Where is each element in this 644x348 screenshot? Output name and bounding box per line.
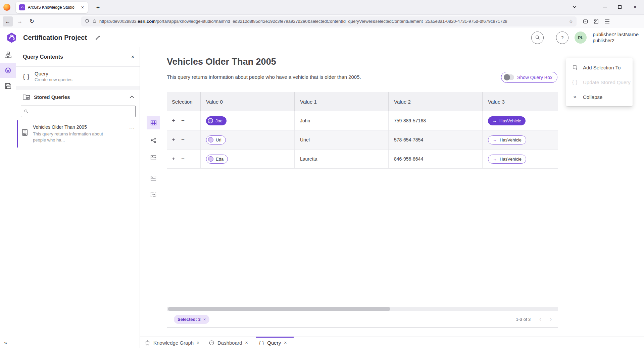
tab-knowledge-graph[interactable]: Knowledge Graph × xyxy=(145,337,199,348)
view-select-region-button[interactable] xyxy=(147,188,160,201)
tracking-shield-icon[interactable] xyxy=(85,19,90,24)
rail-layers-button[interactable] xyxy=(0,63,16,78)
stored-queries-search[interactable] xyxy=(21,106,136,117)
row-remove-button[interactable]: − xyxy=(181,136,185,143)
table-row[interactable]: + − Joe John 759-889-57168 →HasVehicle xyxy=(167,111,558,130)
stored-queries-header[interactable]: Stored Queries xyxy=(16,90,140,104)
show-query-box-toggle[interactable]: Show Query Box xyxy=(501,72,557,83)
new-query-item[interactable]: { } Query Create new queries xyxy=(16,67,140,86)
entity-circle-icon xyxy=(208,137,213,142)
browser-tab[interactable]: ArcGIS Knowledge Studio × xyxy=(16,2,88,13)
menu-item-add-selection-to[interactable]: Add Selection To xyxy=(566,60,633,75)
cell-value: 759-889-57168 xyxy=(394,118,426,123)
row-add-button[interactable]: + xyxy=(172,117,175,124)
horizontal-scrollbar[interactable] xyxy=(167,307,558,311)
user-avatar[interactable]: PL xyxy=(575,32,587,44)
tab-list-chevron-icon[interactable] xyxy=(569,2,580,12)
panel-close-icon[interactable]: × xyxy=(131,54,134,60)
menu-item-collapse[interactable]: » Collapse xyxy=(566,90,633,104)
query-item-title: Query xyxy=(35,71,72,76)
entity-pill[interactable]: Etta xyxy=(206,155,228,164)
row-remove-button[interactable]: − xyxy=(181,156,185,162)
menu-item-update-stored-query[interactable]: { } Update Stored Query xyxy=(566,75,633,90)
window-maximize-button[interactable] xyxy=(614,2,626,12)
bookmark-star-icon[interactable]: ☆ xyxy=(569,18,573,24)
row-remove-button[interactable]: − xyxy=(181,117,185,124)
entity-pill[interactable]: Joe xyxy=(206,116,227,125)
query-item-subtitle: Create new queries xyxy=(35,77,72,82)
table-row[interactable]: + − Etta Lauretta 846-956-8644 →HasVehic… xyxy=(167,150,558,169)
entity-pill[interactable]: Uri xyxy=(206,135,226,144)
table-header-row: Selection Value 0 Value 1 Value 2 Value … xyxy=(167,92,558,111)
firefox-icon[interactable] xyxy=(3,4,10,11)
scrollbar-thumb[interactable] xyxy=(168,307,390,311)
table-footer: Selected: 3 × 1-3 of 3 ‹ › xyxy=(167,311,558,327)
menu-hamburger-icon[interactable] xyxy=(604,19,610,24)
panel-header: Query Contents × xyxy=(16,47,140,67)
row-add-button[interactable]: + xyxy=(172,156,175,162)
view-map-button[interactable] xyxy=(147,151,160,164)
tab-dashboard[interactable]: Dashboard × xyxy=(209,337,248,348)
tab-close-icon[interactable]: × xyxy=(245,340,248,345)
back-button[interactable]: ← xyxy=(3,16,13,26)
selection-context-menu: Add Selection To { } Update Stored Query… xyxy=(566,58,633,106)
arrow-right-icon: → xyxy=(493,137,497,142)
tab-query[interactable]: { } Query × xyxy=(259,337,287,348)
tab-close-icon[interactable]: × xyxy=(197,340,199,345)
selected-count-chip[interactable]: Selected: 3 × xyxy=(174,315,209,324)
app-favicon-icon xyxy=(19,4,25,10)
new-tab-button[interactable]: + xyxy=(93,3,103,12)
left-rail: » xyxy=(0,47,16,348)
search-button[interactable] xyxy=(531,32,544,44)
selection-column-separator xyxy=(201,111,201,307)
user-name: publisher2 lastName xyxy=(593,32,639,38)
forward-button[interactable]: → xyxy=(15,16,25,26)
dashboard-gauge-icon xyxy=(209,340,214,346)
rail-expand-icon[interactable]: » xyxy=(0,340,16,346)
window-minimize-button[interactable] xyxy=(599,2,610,12)
view-map-selection-button[interactable] xyxy=(147,172,160,185)
tab-close-icon[interactable]: × xyxy=(284,340,287,345)
column-header[interactable]: Value 3 xyxy=(483,92,558,111)
column-header[interactable]: Value 0 xyxy=(201,92,295,111)
previous-page-icon[interactable]: ‹ xyxy=(539,316,541,322)
stored-query-title: Vehicles Older Than 2005 xyxy=(33,124,126,130)
next-page-icon[interactable]: › xyxy=(550,316,552,322)
row-add-button[interactable]: + xyxy=(172,136,175,143)
stored-query-icon xyxy=(22,129,28,136)
user-block[interactable]: publisher2 lastName publisher2 xyxy=(593,32,639,44)
view-toolbar-divider xyxy=(147,168,159,168)
extensions-icon[interactable] xyxy=(594,19,599,24)
lock-icon[interactable] xyxy=(92,19,97,24)
pocket-save-icon[interactable] xyxy=(583,19,588,24)
project-title: Certification Project xyxy=(23,34,87,42)
rail-save-button[interactable] xyxy=(0,78,16,94)
stored-query-more-icon[interactable]: ··· xyxy=(129,126,135,131)
url-bar[interactable]: https://dev0028833.esri.com/portal/apps/… xyxy=(81,16,577,26)
stored-query-item[interactable]: Vehicles Older Than 2005 This query retu… xyxy=(16,120,140,148)
braces-icon: { } xyxy=(259,340,264,345)
relationship-pill[interactable]: →HasVehicle xyxy=(488,135,526,144)
help-button[interactable]: ? xyxy=(556,32,568,44)
stored-queries-search-input[interactable] xyxy=(31,109,133,114)
edit-title-pencil-icon[interactable] xyxy=(95,35,101,41)
collapse-icon: » xyxy=(572,94,578,100)
view-table-button[interactable] xyxy=(147,116,160,129)
column-header[interactable]: Selection xyxy=(167,92,201,111)
window-close-button[interactable]: × xyxy=(629,2,641,12)
toggle-knob xyxy=(504,74,510,80)
rail-hierarchy-button[interactable] xyxy=(0,47,16,63)
clear-selection-icon[interactable]: × xyxy=(203,317,206,322)
bottom-tab-bar: Knowledge Graph × Dashboard × { } Query … xyxy=(140,337,644,348)
reload-button[interactable]: ↻ xyxy=(27,16,37,26)
column-header[interactable]: Value 1 xyxy=(295,92,389,111)
relationship-pill[interactable]: →HasVehicle xyxy=(488,155,526,164)
chevron-up-icon[interactable] xyxy=(130,96,134,99)
column-header[interactable]: Value 2 xyxy=(389,92,483,111)
search-icon xyxy=(24,109,29,114)
tab-close-icon[interactable]: × xyxy=(81,5,85,10)
add-selection-icon xyxy=(572,65,578,70)
view-link-chart-button[interactable] xyxy=(147,133,160,147)
table-row[interactable]: + − Uri Uriel 578-654-7854 →HasVehicle xyxy=(167,130,558,150)
relationship-pill[interactable]: →HasVehicle xyxy=(488,116,526,125)
